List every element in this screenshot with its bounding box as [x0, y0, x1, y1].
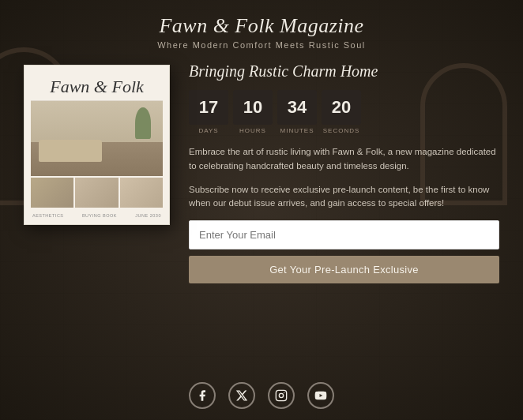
grid-cell-1 — [31, 178, 73, 208]
countdown-seconds: 20 SECONDS — [322, 90, 361, 134]
sofa-decoration — [39, 140, 102, 162]
countdown-minutes: 34 MINUTES — [277, 90, 317, 134]
magazine-footer-right: JUNE 2030 — [135, 213, 161, 218]
svg-point-1 — [279, 393, 283, 397]
instagram-icon[interactable] — [268, 382, 295, 409]
description-1: Embrace the art of rustic living with Fa… — [189, 145, 499, 174]
magazine-grid — [31, 178, 163, 208]
right-content: Bringing Rustic Charm Home 17 DAYS 10 HO… — [189, 61, 499, 283]
countdown-days-value: 17 — [189, 90, 228, 125]
site-title: Fawn & Folk Magazine — [157, 14, 366, 38]
magazine-cover: Fawn & Folk AESTHETICS BUYING BOOK JUNE … — [24, 65, 170, 225]
email-input[interactable] — [189, 220, 499, 249]
site-subtitle: Where Modern Comfort Meets Rustic Soul — [157, 40, 366, 50]
grid-cell-2 — [75, 178, 118, 208]
countdown-seconds-value: 20 — [322, 90, 361, 125]
magazine-footer-left: AESTHETICS — [32, 213, 64, 218]
magazine-footer: AESTHETICS BUYING BOOK JUNE 2030 — [31, 211, 163, 218]
magazine-title-area: Fawn & Folk — [31, 72, 163, 101]
subscribe-button[interactable]: Get Your Pre-Launch Exclusive — [189, 256, 499, 283]
countdown-hours-label: HOURS — [239, 127, 266, 134]
countdown-minutes-label: MINUTES — [280, 127, 314, 134]
countdown-timer: 17 DAYS 10 HOURS 34 MINUTES 20 SECONDS — [189, 90, 499, 134]
main-content: Fawn & Folk AESTHETICS BUYING BOOK JUNE … — [0, 53, 523, 373]
countdown-hours-value: 10 — [233, 90, 273, 125]
magazine-footer-center: BUYING BOOK — [82, 213, 117, 218]
plant-decoration — [135, 107, 151, 139]
countdown-hours: 10 HOURS — [233, 90, 273, 134]
section-heading: Bringing Rustic Charm Home — [189, 62, 499, 81]
description-2: Subscribe now to receive exclusive pre-l… — [189, 183, 499, 212]
page-wrapper: Fawn & Folk Magazine Where Modern Comfor… — [0, 0, 523, 420]
svg-rect-0 — [276, 390, 286, 400]
svg-point-2 — [284, 392, 284, 393]
countdown-days: 17 DAYS — [189, 90, 228, 134]
grid-cell-3 — [120, 178, 163, 208]
facebook-icon[interactable] — [189, 382, 216, 409]
room-background — [31, 101, 163, 176]
twitter-x-icon[interactable] — [228, 382, 255, 409]
countdown-seconds-label: SECONDS — [323, 127, 360, 134]
countdown-minutes-value: 34 — [277, 90, 317, 125]
page-header: Fawn & Folk Magazine Where Modern Comfor… — [157, 0, 366, 50]
youtube-icon[interactable] — [307, 382, 334, 409]
social-bar — [189, 373, 334, 420]
magazine-main-image — [31, 101, 163, 176]
magazine-cover-title: Fawn & Folk — [50, 77, 144, 96]
countdown-days-label: DAYS — [198, 127, 218, 134]
